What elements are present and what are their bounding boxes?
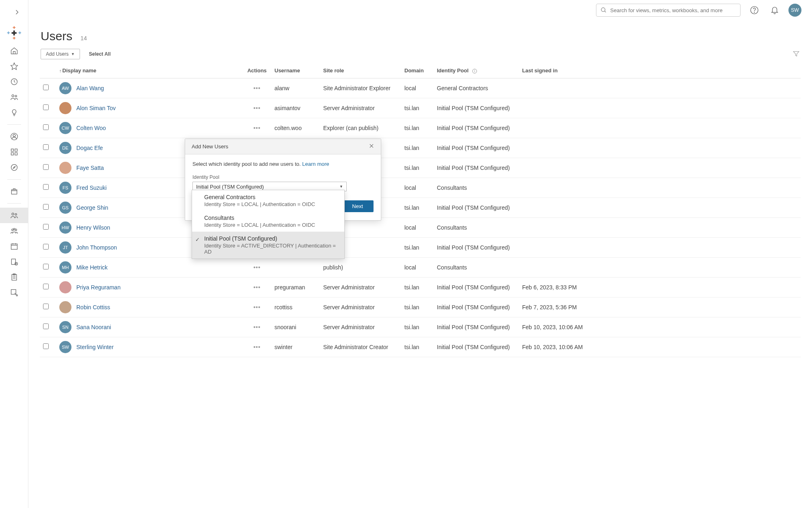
cell-siterole: Explorer (can publish)	[320, 118, 401, 138]
svg-point-14	[15, 213, 17, 215]
user-name-link[interactable]: Dogac Efe	[76, 145, 103, 151]
add-users-dialog: Add New Users Select which identity pool…	[185, 139, 381, 221]
row-actions-button[interactable]: •••	[243, 337, 271, 357]
col-idpool[interactable]: Identity Pool	[437, 67, 469, 74]
notifications-button[interactable]	[768, 4, 781, 17]
filter-icon	[793, 50, 800, 57]
col-siterole[interactable]: Site role	[320, 63, 401, 78]
star-icon	[10, 62, 18, 70]
expand-sidebar-button[interactable]	[0, 5, 28, 20]
row-checkbox[interactable]	[43, 323, 49, 329]
row-checkbox[interactable]	[43, 164, 49, 170]
user-name-link[interactable]: Alon Siman Tov	[76, 105, 116, 111]
sidebar-item-schedules[interactable]	[0, 239, 28, 254]
user-name-link[interactable]: Fred Suzuki	[76, 185, 107, 191]
sidebar-item-tasks[interactable]	[0, 269, 28, 285]
svg-point-4	[13, 135, 15, 137]
row-checkbox[interactable]	[43, 124, 49, 130]
cell-lastsign	[519, 78, 801, 98]
compass-icon	[10, 163, 18, 172]
tableau-logo[interactable]: ✚ ✚ ✚ ✚ ✚	[0, 23, 28, 43]
cell-domain: local	[401, 217, 434, 237]
box-icon	[10, 187, 18, 195]
row-actions-button[interactable]: •••	[243, 317, 271, 337]
user-name-link[interactable]: Mike Hetrick	[76, 264, 108, 271]
cell-username: snoorani	[271, 317, 320, 337]
user-name-link[interactable]: Colten Woo	[76, 125, 106, 131]
user-name-link[interactable]: Faye Satta	[76, 165, 104, 171]
dialog-title: Add New Users	[192, 143, 228, 150]
cell-lastsign: Feb 7, 2023, 5:36 PM	[519, 297, 801, 317]
svg-point-29	[16, 295, 17, 296]
row-actions-button[interactable]: •••	[243, 257, 271, 277]
clock-icon	[10, 78, 18, 86]
sidebar-item-users[interactable]	[0, 208, 28, 223]
sidebar-item-home[interactable]	[0, 43, 28, 59]
sidebar-item-personal[interactable]	[0, 129, 28, 144]
row-checkbox[interactable]	[43, 343, 49, 349]
user-name-link[interactable]: Sana Noorani	[76, 324, 111, 330]
row-actions-button[interactable]: •••	[243, 118, 271, 138]
row-actions-button[interactable]: •••	[243, 98, 271, 118]
user-name-link[interactable]: Alan Wang	[76, 85, 104, 91]
sidebar-item-shared[interactable]	[0, 89, 28, 105]
user-name-link[interactable]: John Thompson	[76, 244, 117, 251]
col-lastsign[interactable]: Last signed in	[519, 63, 801, 78]
cell-idpool: Consultants	[434, 217, 519, 237]
user-name-link[interactable]: Henry Wilson	[76, 224, 110, 231]
svg-marker-0	[11, 63, 17, 70]
row-checkbox[interactable]	[43, 104, 49, 110]
col-display[interactable]: Display name	[63, 67, 97, 74]
next-button[interactable]: Next	[341, 200, 374, 212]
row-actions-button[interactable]: •••	[243, 297, 271, 317]
dialog-prompt: Select which identity pool to add new us…	[192, 161, 301, 167]
row-checkbox[interactable]	[43, 224, 49, 230]
row-checkbox[interactable]	[43, 284, 49, 289]
add-users-button[interactable]: Add Users ▼	[41, 49, 80, 59]
user-avatar[interactable]: SW	[788, 4, 801, 17]
svg-point-2	[12, 95, 14, 97]
cell-domain: tsi.lan	[401, 138, 434, 158]
sidebar-item-status[interactable]	[0, 285, 28, 300]
row-checkbox[interactable]	[43, 304, 49, 309]
user-name-link[interactable]: George Shin	[76, 204, 108, 211]
row-checkbox[interactable]	[43, 144, 49, 150]
cell-siterole: Server Administrator	[320, 98, 401, 118]
sidebar-item-explore[interactable]	[0, 160, 28, 175]
row-checkbox[interactable]	[43, 184, 49, 190]
cancel-button[interactable]: Cancel	[302, 200, 337, 212]
sidebar-item-recommendations[interactable]	[0, 105, 28, 120]
sidebar-item-external[interactable]	[0, 184, 28, 199]
learn-more-link[interactable]: Learn more	[302, 161, 329, 167]
cell-domain: tsi.lan	[401, 98, 434, 118]
select-all-button[interactable]: Select All	[89, 51, 111, 57]
row-checkbox[interactable]	[43, 204, 49, 210]
svg-marker-11	[13, 167, 15, 169]
row-actions-button[interactable]: •••	[243, 78, 271, 98]
sidebar-item-collections[interactable]	[0, 144, 28, 160]
sidebar-item-recents[interactable]	[0, 74, 28, 89]
user-name-link[interactable]: Robin Cottiss	[76, 304, 110, 310]
search-field[interactable]	[610, 7, 736, 13]
dialog-close-button[interactable]	[369, 143, 374, 150]
help-button[interactable]	[748, 4, 761, 17]
row-checkbox[interactable]	[43, 264, 49, 269]
identity-pool-select[interactable]: Initial Pool (TSM Configured) ▼	[192, 182, 347, 191]
add-users-label: Add Users	[46, 51, 69, 57]
sidebar-item-favorites[interactable]	[0, 59, 28, 74]
filter-button[interactable]	[793, 50, 800, 59]
row-actions-button[interactable]: •••	[243, 277, 271, 297]
sidebar-item-jobs[interactable]	[0, 254, 28, 269]
row-checkbox[interactable]	[43, 85, 49, 90]
col-username[interactable]: Username	[271, 63, 320, 78]
user-name-link[interactable]: Priya Reguraman	[76, 284, 121, 291]
sidebar-item-groups[interactable]	[0, 223, 28, 239]
row-actions-button[interactable]: •••	[243, 237, 271, 257]
search-input[interactable]	[596, 4, 741, 17]
user-name-link[interactable]: Sterling Winter	[76, 344, 114, 350]
row-checkbox[interactable]	[43, 244, 49, 250]
info-icon[interactable]	[472, 68, 477, 74]
cell-idpool: Initial Pool (TSM Configured)	[434, 317, 519, 337]
cell-domain: local	[401, 178, 434, 198]
col-domain[interactable]: Domain	[401, 63, 434, 78]
